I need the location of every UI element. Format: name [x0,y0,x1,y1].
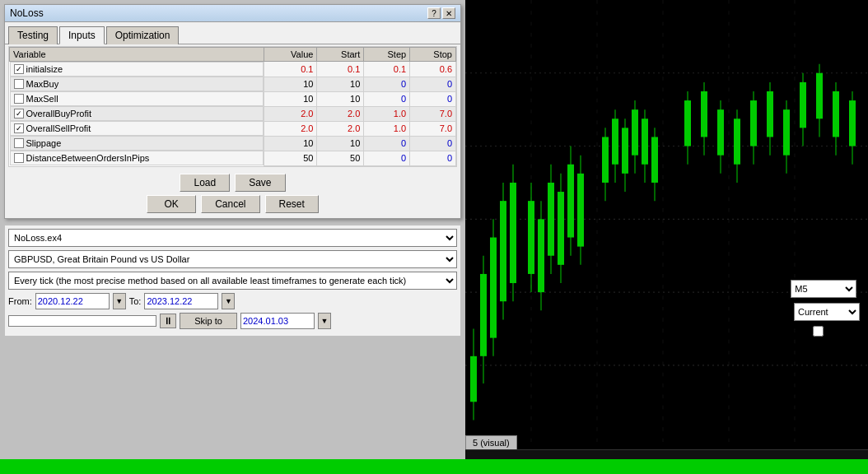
bottom-controls: NoLoss.ex4 GBPUSD, Great Britain Pound v… [4,225,461,337]
right-options-panel: Period: M5 Spread: Current Optimization [758,280,860,337]
svg-rect-24 [538,219,544,292]
cell-value-4[interactable]: 2.0 [264,121,317,136]
cell-stop-2[interactable]: 0 [410,91,456,106]
from-label: From: [8,296,32,306]
cell-step-4[interactable]: 1.0 [364,121,410,136]
svg-rect-54 [750,100,757,146]
table-row: DistanceBetweenOrdersInPips 50 50 0 0 [10,151,456,165]
progress-bar [8,315,156,327]
skip-to-button[interactable]: Skip to [180,313,237,329]
svg-rect-36 [612,118,618,164]
cell-value-1[interactable]: 10 [264,77,317,91]
cell-value-2[interactable]: 10 [264,91,317,106]
row-checkbox-5[interactable] [14,138,24,148]
params-table: Variable Value Start Step Stop initialsi… [9,47,456,166]
cell-step-0[interactable]: 0.1 [364,62,410,77]
svg-rect-42 [642,118,648,164]
cell-step-3[interactable]: 1.0 [364,106,410,121]
dialog-titlebar: NoLoss ? ✕ [5,5,460,22]
cell-value-6[interactable]: 50 [264,151,317,165]
reset-button[interactable]: Reset [265,195,319,213]
optimization-checkbox[interactable] [813,326,824,337]
svg-rect-66 [849,100,856,146]
cell-stop-6[interactable]: 0 [410,151,456,165]
svg-rect-18 [500,201,506,301]
skip-to-date[interactable] [240,313,315,329]
row-checkbox-6[interactable] [14,153,24,163]
to-label: To: [129,296,142,306]
symbol-select[interactable]: GBPUSD, Great Britain Pound vs US Dollar [8,250,457,268]
svg-rect-32 [577,174,584,247]
cell-value-5[interactable]: 10 [264,136,317,151]
cell-stop-5[interactable]: 0 [410,136,456,151]
tab-optimization[interactable]: Optimization [106,26,180,44]
chart-svg [465,0,868,449]
row-checkbox-1[interactable] [14,79,24,89]
cell-stop-4[interactable]: 7.0 [410,121,456,136]
svg-rect-0 [465,0,868,449]
from-date-input[interactable] [35,293,110,309]
period-select[interactable]: M5 [791,280,856,298]
cell-step-1[interactable]: 0 [364,77,410,91]
param-name-0: initialsize [26,64,63,74]
svg-rect-38 [622,128,628,173]
svg-rect-48 [701,91,707,137]
col-value: Value [264,48,317,62]
optimization-label: Optimization [758,327,809,337]
cell-name-2: MaxSell [10,91,264,106]
cell-start-4[interactable]: 2.0 [317,121,364,136]
param-name-3: OverallBuyProfit [26,109,91,118]
to-date-input[interactable] [144,293,218,309]
help-button[interactable]: ? [427,7,441,19]
cell-step-5[interactable]: 0 [364,136,410,151]
load-save-row: Load Save [10,174,455,192]
cancel-button[interactable]: Cancel [201,195,259,213]
cell-stop-3[interactable]: 7.0 [410,106,456,121]
to-date-btn[interactable]: ▼ [222,293,235,309]
tab-testing[interactable]: Testing [8,26,58,44]
row-checkbox-4[interactable] [14,123,24,133]
skip-row: ⏸ Skip to ▼ [8,313,457,329]
visual-tab[interactable]: 5 (visual) [465,435,517,449]
svg-rect-30 [567,165,574,238]
spread-select[interactable]: Current [794,303,860,321]
ok-button[interactable]: OK [147,195,196,213]
load-button[interactable]: Load [180,174,230,192]
model-select[interactable]: Every tick (the most precise method base… [8,272,457,290]
cell-start-6[interactable]: 50 [317,151,364,165]
cell-start-1[interactable]: 10 [317,77,364,91]
tab-bar: Testing Inputs Optimization [5,22,460,44]
cell-stop-0[interactable]: 0.6 [410,62,456,77]
pause-button[interactable]: ⏸ [160,314,176,328]
cell-value-0[interactable]: 0.1 [264,62,317,77]
cell-name-5: Slippage [10,136,264,151]
cell-stop-1[interactable]: 0 [410,77,456,91]
svg-rect-46 [684,100,691,146]
cell-start-3[interactable]: 2.0 [317,106,364,121]
svg-rect-22 [528,201,534,274]
from-to-row: From: ▼ To: ▼ [8,293,457,309]
file-row: NoLoss.ex4 [8,229,457,247]
save-button[interactable]: Save [235,174,285,192]
col-variable: Variable [10,48,264,62]
cell-step-2[interactable]: 0 [364,91,410,106]
cell-start-5[interactable]: 10 [317,136,364,151]
cell-value-3[interactable]: 2.0 [264,106,317,121]
cell-name-0: initialsize [10,62,264,77]
file-select[interactable]: NoLoss.ex4 [8,229,457,247]
close-button[interactable]: ✕ [442,7,455,19]
svg-rect-62 [816,73,823,118]
skip-to-date-btn[interactable]: ▼ [318,313,331,329]
svg-rect-40 [632,109,638,155]
col-start: Start [317,48,364,62]
row-checkbox-0[interactable] [14,64,24,74]
cell-start-0[interactable]: 0.1 [317,62,364,77]
tab-inputs[interactable]: Inputs [59,26,105,44]
from-date-btn[interactable]: ▼ [113,293,126,309]
row-checkbox-2[interactable] [14,94,24,104]
cell-start-2[interactable]: 10 [317,91,364,106]
svg-rect-44 [651,137,658,182]
cell-step-6[interactable]: 0 [364,151,410,165]
row-checkbox-3[interactable] [14,109,24,118]
dialog-window: NoLoss ? ✕ Testing Inputs Optimization V… [4,4,461,219]
